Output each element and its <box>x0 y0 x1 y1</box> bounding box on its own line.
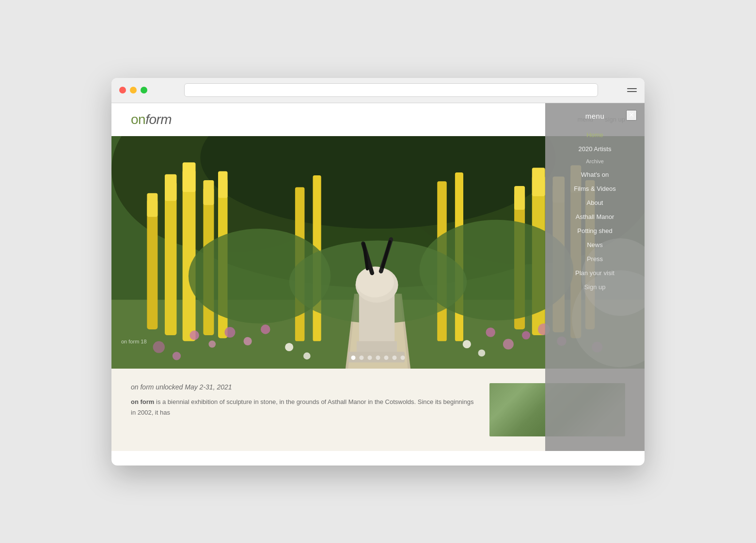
menu-item-films[interactable]: Films & Videos <box>545 183 645 195</box>
traffic-light-green[interactable] <box>141 87 147 93</box>
menu-title: menu <box>585 112 605 120</box>
svg-point-43 <box>503 339 514 349</box>
dot-2[interactable] <box>360 356 364 360</box>
svg-rect-15 <box>183 162 196 192</box>
svg-rect-53 <box>357 341 397 353</box>
svg-point-49 <box>303 352 311 359</box>
svg-point-36 <box>208 341 216 348</box>
site-logo[interactable]: onform <box>131 112 172 127</box>
bottom-text: on form unlocked May 2-31, 2021 on form … <box>131 383 475 436</box>
svg-rect-17 <box>218 171 228 198</box>
svg-rect-14 <box>165 174 176 201</box>
svg-point-48 <box>285 343 293 351</box>
slideshow-dots <box>351 356 405 360</box>
dot-5[interactable] <box>384 356 389 360</box>
svg-point-40 <box>153 341 165 353</box>
svg-point-39 <box>261 325 270 334</box>
traffic-light-yellow[interactable] <box>130 87 137 93</box>
menu-item-about[interactable]: About <box>545 197 645 209</box>
dot-3[interactable] <box>368 356 372 360</box>
menu-close-button[interactable]: × <box>626 110 637 121</box>
svg-rect-23 <box>514 186 525 210</box>
svg-rect-24 <box>532 168 545 196</box>
menu-item-2020artists[interactable]: 2020 Artists <box>545 143 645 155</box>
svg-point-56 <box>356 266 394 297</box>
menu-item-whatson[interactable]: What's on <box>545 169 645 181</box>
svg-rect-9 <box>165 181 176 335</box>
svg-point-37 <box>224 327 235 338</box>
close-icon: × <box>629 110 634 120</box>
menu-overlay: × menu Home 2020 Artists Archive What's … <box>545 103 645 451</box>
menu-item-archive[interactable]: Archive <box>545 156 645 167</box>
bottom-title: on form unlocked May 2-31, 2021 <box>131 383 475 391</box>
svg-rect-10 <box>183 169 196 341</box>
svg-point-42 <box>486 327 495 337</box>
traffic-lights <box>119 87 147 93</box>
svg-point-44 <box>522 331 530 339</box>
svg-point-41 <box>173 352 181 360</box>
menu-item-pottingshed[interactable]: Potting shed <box>545 225 645 237</box>
dot-7[interactable] <box>401 356 405 360</box>
dot-4[interactable] <box>376 356 380 360</box>
address-bar[interactable] <box>184 83 598 97</box>
photo-credit: on form 18 <box>121 339 147 344</box>
svg-point-35 <box>189 330 199 340</box>
website: onform menu sign up <box>111 103 645 451</box>
bottom-body-bold: on form <box>131 398 154 405</box>
menu-item-asthallmanor[interactable]: Asthall Manor <box>545 211 645 223</box>
svg-point-51 <box>478 349 486 357</box>
menu-item-home[interactable]: Home <box>545 129 645 141</box>
dot-6[interactable] <box>393 356 397 360</box>
svg-point-38 <box>244 337 252 345</box>
svg-point-50 <box>463 340 471 348</box>
browser-hamburger-icon[interactable] <box>627 88 637 92</box>
traffic-light-red[interactable] <box>119 87 126 93</box>
browser-toolbar <box>111 78 645 103</box>
bottom-body-text: is a biennial exhibition of sculpture in… <box>131 398 473 416</box>
svg-rect-16 <box>203 180 214 204</box>
svg-rect-8 <box>147 199 158 329</box>
bottom-body: on form is a biennial exhibition of scul… <box>131 397 475 418</box>
dot-1[interactable] <box>351 356 356 360</box>
svg-rect-13 <box>147 193 158 217</box>
browser-window: onform menu sign up <box>111 78 645 465</box>
logo-on: on <box>131 112 145 127</box>
logo-form: form <box>145 112 172 127</box>
